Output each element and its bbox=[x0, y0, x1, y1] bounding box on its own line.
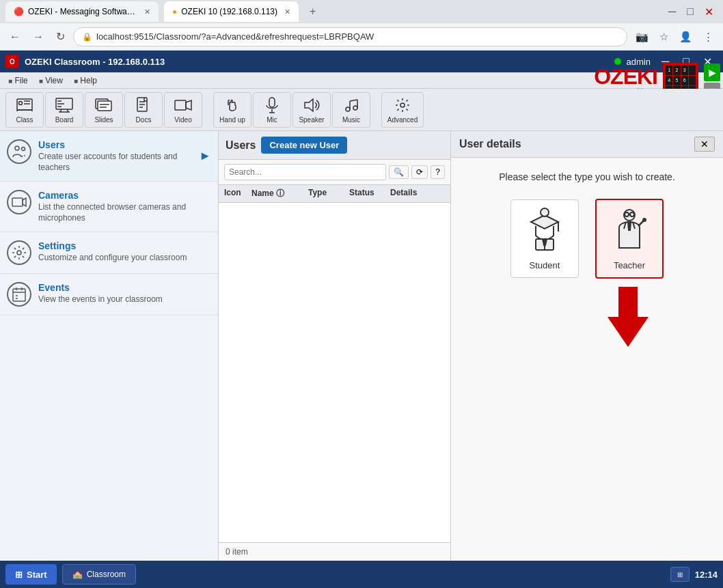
help-users-button[interactable]: ? bbox=[431, 165, 445, 179]
toolbar-video-btn[interactable]: Video bbox=[164, 92, 202, 128]
svg-marker-23 bbox=[186, 100, 191, 110]
tab1-close-icon[interactable]: ✕ bbox=[144, 8, 150, 16]
refresh-users-button[interactable]: ⟳ bbox=[411, 165, 428, 179]
address-text: localhost:9515/Classroom/?a=Advanced&ref… bbox=[96, 31, 374, 42]
handup-icon bbox=[223, 96, 242, 115]
app-title: OZEKI Classroom - 192.168.0.113 bbox=[25, 57, 609, 67]
forward-button[interactable]: → bbox=[29, 28, 48, 46]
student-type-card[interactable]: Student bbox=[510, 199, 579, 278]
arrow-shaft bbox=[618, 287, 638, 317]
slides-icon bbox=[94, 96, 113, 115]
speaker-icon bbox=[302, 96, 321, 115]
tab1-label: OZEKI - Messaging Software Pro... bbox=[28, 7, 137, 16]
svg-rect-24 bbox=[269, 98, 275, 107]
search-submit-button[interactable]: 🔍 bbox=[389, 165, 409, 179]
app-icon: O bbox=[5, 55, 19, 68]
back-button[interactable]: ← bbox=[5, 28, 25, 46]
users-svg-icon bbox=[11, 143, 27, 160]
toolbar-docs-btn[interactable]: Docs bbox=[124, 92, 163, 128]
menu-view[interactable]: ■ View bbox=[33, 74, 68, 87]
taskbar-classroom-app[interactable]: 🏫 Classroom bbox=[62, 564, 136, 585]
teacher-type-card[interactable]: Teacher bbox=[595, 199, 664, 279]
browser-tab-1[interactable]: 🔴 OZEKI - Messaging Software Pro... ✕ bbox=[5, 1, 159, 22]
sidebar-item-settings[interactable]: Settings Customize and configure your cl… bbox=[0, 232, 218, 274]
create-new-user-button[interactable]: Create new User bbox=[261, 137, 347, 154]
main-content: Users Create user accounts for students … bbox=[0, 131, 723, 561]
col-status: Status bbox=[349, 188, 390, 199]
users-table-body bbox=[219, 203, 450, 542]
users-table-header: Icon Name ⓘ Type Status Details bbox=[219, 185, 450, 203]
grid-cell-1: 1 bbox=[666, 66, 672, 75]
svg-marker-49 bbox=[543, 239, 547, 245]
svg-marker-37 bbox=[23, 198, 26, 206]
docs-icon bbox=[134, 96, 153, 115]
bookmark-icon-btn[interactable]: ☆ bbox=[655, 28, 672, 46]
refresh-button[interactable]: ↻ bbox=[52, 27, 69, 46]
user-details-title: User details bbox=[459, 138, 689, 150]
toolbar-board-btn[interactable]: Board bbox=[45, 92, 83, 128]
toolbar-handup-btn[interactable]: Hand up bbox=[213, 92, 251, 128]
toolbar-music-btn[interactable]: Music bbox=[332, 92, 370, 128]
arrow-head bbox=[608, 317, 649, 347]
toolbar-mic-btn[interactable]: Mic bbox=[253, 92, 291, 128]
settings-desc: Customize and configure your classroom bbox=[38, 253, 211, 264]
tray-icon[interactable]: ⊞ bbox=[670, 567, 690, 582]
grid-cell-2: 2 bbox=[673, 66, 680, 75]
menu-icon-btn[interactable]: ⋮ bbox=[699, 28, 718, 46]
svg-point-29 bbox=[353, 106, 357, 110]
events-title: Events bbox=[38, 282, 211, 293]
classroom-app-icon: 🏫 bbox=[72, 570, 83, 579]
sidebar-item-users[interactable]: Users Create user accounts for students … bbox=[0, 131, 218, 182]
browser-tab-2[interactable]: ● OZEKI 10 (192.168.0.113) ✕ bbox=[164, 1, 299, 22]
users-panel: Users Create new User 🔍 ⟳ ? Icon Name ⓘ … bbox=[219, 131, 451, 561]
toolbar-advanced-btn[interactable]: Advanced bbox=[381, 92, 424, 128]
close-window-btn[interactable]: ✕ bbox=[700, 3, 718, 21]
cameras-title: Cameras bbox=[38, 190, 211, 201]
menu-help[interactable]: ■ Help bbox=[68, 74, 103, 87]
restore-window-btn[interactable]: □ bbox=[683, 3, 698, 21]
address-bar[interactable]: 🔒 localhost:9515/Classroom/?a=Advanced&r… bbox=[73, 27, 627, 46]
play-button[interactable]: ▶ bbox=[704, 64, 720, 81]
menu-file[interactable]: ■ File bbox=[3, 74, 33, 87]
taskbar-right: ⊞ 12:14 bbox=[670, 567, 718, 582]
user-type-options: Student bbox=[510, 199, 664, 279]
grid-cell-6: 5 bbox=[673, 76, 680, 85]
minimize-window-btn[interactable]: ─ bbox=[664, 3, 680, 21]
tab2-close-icon[interactable]: ✕ bbox=[284, 8, 290, 16]
menubar: ■ File ■ View ■ Help OZEKI www.myozeki.c… bbox=[0, 72, 723, 89]
toolbar-slides-btn[interactable]: Slides bbox=[85, 92, 123, 128]
advanced-icon bbox=[393, 96, 412, 115]
arrow-indicator bbox=[608, 287, 649, 347]
profile-icon-btn[interactable]: 👤 bbox=[675, 28, 696, 46]
student-label: Student bbox=[530, 260, 560, 270]
board-icon bbox=[55, 96, 74, 115]
toolbar-buttons-group2: Hand up Mic Speaker bbox=[213, 92, 370, 128]
user-type-prompt: Please select the type you wish to creat… bbox=[499, 171, 675, 182]
new-tab-button[interactable]: + bbox=[304, 5, 321, 18]
svg-line-58 bbox=[638, 221, 644, 226]
toolbar-speaker-btn[interactable]: Speaker bbox=[292, 92, 331, 128]
ozeki-logo-text: OZEKI bbox=[594, 66, 657, 87]
taskbar: ⊞ Start 🏫 Classroom ⊞ 12:14 bbox=[0, 561, 723, 588]
users-search-input[interactable] bbox=[224, 164, 386, 180]
student-icon bbox=[521, 207, 569, 255]
sidebar-item-cameras[interactable]: Cameras List the connected browser camer… bbox=[0, 182, 218, 232]
svg-point-28 bbox=[346, 107, 350, 111]
cameras-icon bbox=[7, 190, 31, 214]
events-icon bbox=[7, 282, 31, 307]
grid-cell-7: 6 bbox=[681, 76, 688, 85]
users-desc: Create user accounts for students and te… bbox=[38, 152, 192, 173]
close-details-button[interactable]: ✕ bbox=[694, 137, 715, 152]
settings-svg-icon bbox=[11, 244, 27, 261]
camera-icon-btn[interactable]: 📷 bbox=[631, 28, 653, 46]
users-icon bbox=[7, 139, 31, 164]
toolbar-class-btn[interactable]: Class bbox=[5, 92, 44, 128]
events-content: Events View the events in your classroom bbox=[38, 282, 211, 305]
grid-cell-3: 3 bbox=[681, 66, 688, 75]
col-details: Details bbox=[390, 188, 445, 199]
settings-content: Settings Customize and configure your cl… bbox=[38, 240, 211, 264]
start-icon: ⊞ bbox=[15, 570, 23, 580]
video-icon bbox=[174, 96, 193, 115]
sidebar-item-events[interactable]: Events View the events in your classroom bbox=[0, 274, 218, 316]
start-button[interactable]: ⊞ Start bbox=[5, 564, 57, 585]
